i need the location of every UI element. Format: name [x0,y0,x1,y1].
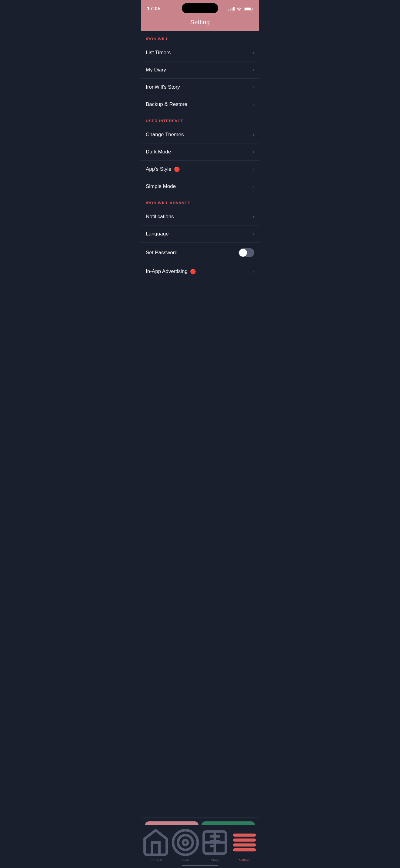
chevron-icon: › [253,214,254,219]
tab-setting[interactable]: Setting [230,828,259,862]
menu-item-backup-restore[interactable]: Backup & Restore › [141,96,259,113]
menu-item-my-diary[interactable]: My Diary › [141,61,259,79]
chevron-icon: › [253,269,254,274]
menu-label-list-timers: List Timers [146,50,171,56]
status-time: 17:05 [147,6,161,12]
set-password-toggle[interactable] [238,248,254,257]
menu-label-dark-mode: Dark Mode [146,149,171,155]
menu-item-in-app-advertising[interactable]: In-App Advertising 🔴 › [141,263,259,280]
section-iron-will-advance: IRON WILL ADVANCE [141,195,259,208]
svg-point-11 [178,835,193,850]
menu-label-my-diary: My Diary [146,67,166,73]
menu-item-ironwill-story[interactable]: IronWill's Story › [141,79,259,96]
page-title: Setting [190,19,210,25]
tab-label-story: Story [211,858,219,862]
chevron-icon: › [253,149,254,155]
chevron-icon: › [253,166,254,172]
tab-label-iron-will: Iron Will [150,858,162,862]
menu-item-dark-mode[interactable]: Dark Mode › [141,144,259,161]
menu-item-change-themes[interactable]: Change Themes › [141,126,259,144]
menu-item-simple-mode[interactable]: Simple Mode › [141,178,259,195]
chevron-icon: › [253,85,254,90]
dynamic-island [182,3,218,13]
menu-label-backup-restore: Backup & Restore [146,101,187,107]
tab-bar: Iron Will Goal Story Setting [141,825,259,868]
battery-icon [244,7,253,11]
menu-item-notifications[interactable]: Notifications › [141,208,259,225]
status-icons [228,7,253,11]
chevron-icon: › [253,231,254,237]
menu-item-set-password[interactable]: Set Password [141,243,259,263]
tab-iron-will[interactable]: Iron Will [141,828,171,862]
menu-label-apps-style: App's Style [146,166,172,172]
menu-item-language[interactable]: Language › [141,225,259,243]
status-bar: 17:05 [141,0,259,17]
svg-point-12 [183,840,188,845]
chevron-icon: › [253,132,254,137]
svg-point-0 [239,10,240,11]
wifi-icon [236,7,242,11]
chevron-icon: › [253,102,254,107]
tab-story[interactable]: Story [200,828,230,862]
toggle-knob [239,249,247,257]
signal-icon [228,7,234,10]
section-user-interface: USER INTERFACE [141,113,259,126]
apps-style-badge: 🔴 [174,166,180,172]
tab-label-setting: Setting [239,858,249,862]
home-icon [141,828,171,858]
menu-label-set-password: Set Password [146,250,178,256]
settings-content: IRON WILL List Timers › My Diary › IronW… [141,31,259,322]
menu-label-ironwill-story: IronWill's Story [146,84,180,90]
menu-item-apps-style[interactable]: App's Style 🔴 › [141,161,259,178]
menu-label-notifications: Notifications [146,214,174,220]
menu-label-simple-mode: Simple Mode [146,183,176,189]
menu-label-language: Language [146,231,169,237]
chevron-icon: › [253,184,254,189]
page-header: Setting [141,17,259,31]
chevron-icon: › [253,50,254,55]
setting-icon [230,828,259,858]
menu-item-list-timers[interactable]: List Timers › [141,44,259,61]
menu-label-in-app-advertising: In-App Advertising [146,269,188,275]
story-icon [200,828,230,858]
goal-icon [171,828,200,858]
menu-label-change-themes: Change Themes [146,132,183,138]
chevron-icon: › [253,67,254,73]
tab-goal[interactable]: Goal [171,828,200,862]
section-iron-will: IRON WILL [141,31,259,44]
home-bar [182,865,218,866]
in-app-advertising-badge: 🔴 [190,269,196,275]
tab-label-goal: Goal [182,858,189,862]
